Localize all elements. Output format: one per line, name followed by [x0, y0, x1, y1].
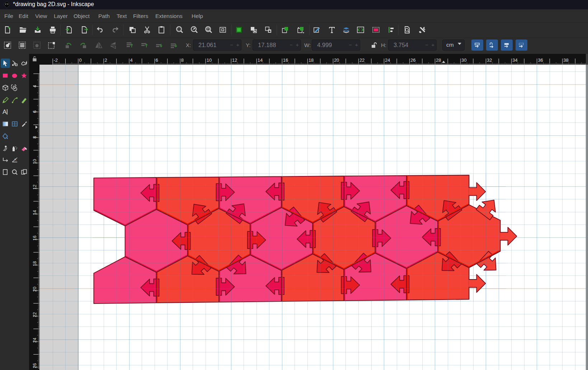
svg-text:34: 34: [512, 57, 517, 63]
svg-text:12: 12: [232, 57, 237, 63]
svg-text:22: 22: [359, 57, 364, 63]
svg-text:30: 30: [461, 57, 466, 63]
svg-text:12: 12: [32, 185, 37, 190]
svg-text:16: 16: [32, 236, 37, 241]
svg-text:38: 38: [563, 57, 568, 63]
svg-text:26: 26: [32, 363, 37, 368]
svg-text:2: 2: [105, 57, 107, 63]
svg-text:18: 18: [309, 57, 314, 63]
svg-text:6: 6: [156, 57, 158, 63]
svg-text:-2: -2: [54, 57, 58, 63]
svg-text:36: 36: [538, 57, 543, 63]
svg-text:26: 26: [410, 57, 415, 63]
svg-text:0: 0: [79, 57, 82, 63]
svg-text:20: 20: [334, 57, 339, 63]
svg-text:10: 10: [32, 159, 37, 164]
svg-text:10: 10: [207, 57, 212, 63]
svg-text:32: 32: [487, 57, 492, 63]
svg-text:22: 22: [32, 312, 37, 317]
svg-text:8: 8: [181, 57, 184, 63]
svg-text:6: 6: [32, 111, 37, 113]
svg-text:18: 18: [32, 261, 37, 266]
svg-text:14: 14: [258, 57, 263, 63]
svg-text:A: A: [3, 108, 7, 115]
svg-text:8: 8: [32, 136, 37, 139]
svg-text:24: 24: [32, 338, 37, 343]
svg-text:4: 4: [32, 85, 37, 88]
svg-text:28: 28: [436, 57, 441, 63]
svg-text:24: 24: [385, 57, 390, 63]
svg-text:20: 20: [32, 287, 37, 292]
svg-text:16: 16: [283, 57, 288, 63]
svg-text:A: A: [14, 158, 16, 161]
svg-text:14: 14: [32, 210, 37, 215]
svg-text:4: 4: [130, 57, 133, 63]
